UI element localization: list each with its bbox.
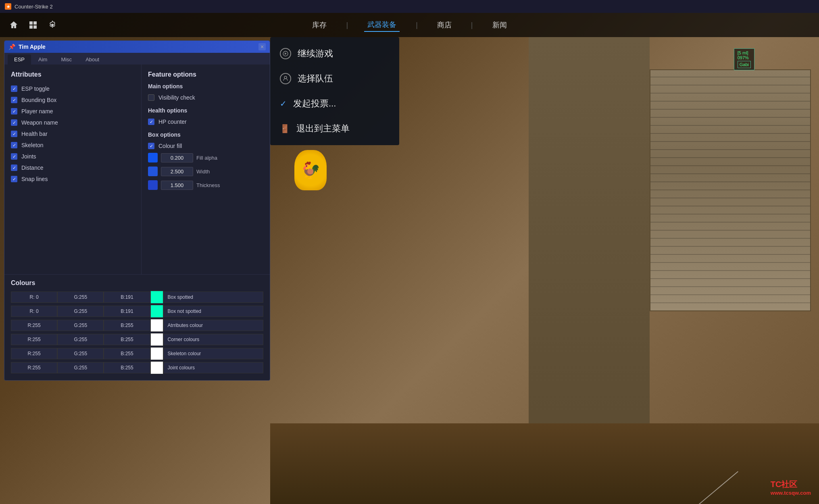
- chicken: 🐓: [294, 150, 327, 190]
- colour-swatch-2[interactable]: [150, 319, 163, 332]
- svg-point-4: [51, 24, 54, 26]
- attr-skeleton[interactable]: ✓ Skeleton: [11, 140, 135, 151]
- attr-bounding-box[interactable]: ✓ Bounding Box: [11, 94, 135, 106]
- colour-r-4: R:255: [11, 348, 57, 359]
- attr-skeleton-label: Skeleton: [21, 142, 43, 148]
- nav-news[interactable]: 新闻: [489, 19, 510, 31]
- attr-distance-label: Distance: [21, 165, 43, 171]
- colour-b-1: B:191: [104, 306, 150, 317]
- colour-g-3: G:255: [57, 334, 104, 345]
- colour-r-0: R: 0: [11, 292, 57, 303]
- attributes-title: Attributes: [11, 71, 135, 78]
- colour-swatch-4[interactable]: [150, 347, 163, 360]
- fill-alpha-swatch[interactable]: [148, 153, 158, 162]
- grid-icon[interactable]: [27, 19, 39, 31]
- attr-esp-toggle[interactable]: ✓ ESP toggle: [11, 83, 135, 94]
- checkbox-esp-toggle: ✓: [11, 85, 17, 92]
- colour-row-0: R: 0 G:255 B:191 Box spotted: [11, 291, 263, 304]
- nav-weapons[interactable]: 武器装备: [364, 18, 400, 32]
- nav-shop[interactable]: 商店: [434, 19, 455, 31]
- attr-snap-lines[interactable]: ✓ Snap lines: [11, 173, 135, 185]
- menu-continue[interactable]: 继续游戏: [270, 41, 399, 66]
- menu-vote[interactable]: ✓ 发起投票...: [270, 91, 399, 116]
- width-swatch[interactable]: [148, 167, 158, 176]
- hp-counter-row[interactable]: ✓ HP counter: [148, 117, 263, 127]
- colour-row-3: R:255 G:255 B:255 Corner colours: [11, 333, 263, 346]
- colour-label-5: Joint colours: [163, 362, 263, 373]
- colour-g-4: G:255: [57, 348, 104, 359]
- attr-player-name[interactable]: ✓ Player name: [11, 106, 135, 117]
- panel-tabs: ESP Aim Misc About: [4, 53, 270, 65]
- checkbox-colour-fill: ✓: [148, 143, 154, 149]
- attr-bounding-box-label: Bounding Box: [21, 97, 56, 103]
- thickness-swatch[interactable]: [148, 180, 158, 190]
- attr-esp-toggle-label: ESP toggle: [21, 85, 50, 92]
- panel-body: Attributes ✓ ESP toggle ✓ Bounding Box ✓…: [4, 65, 270, 274]
- colour-b-3: B:255: [104, 334, 150, 345]
- fill-alpha-input[interactable]: [161, 153, 193, 162]
- attr-weapon-name[interactable]: ✓ Weapon name: [11, 117, 135, 128]
- menu-vote-label: 发起投票...: [293, 98, 336, 110]
- attr-health-bar[interactable]: ✓ Health bar: [11, 128, 135, 140]
- attr-distance[interactable]: ✓ Distance: [11, 162, 135, 173]
- colour-fill-row[interactable]: ✓ Colour fill: [148, 141, 263, 151]
- hud-ammo: 097%: [738, 55, 751, 60]
- tab-aim[interactable]: Aim: [32, 54, 54, 65]
- home-icon[interactable]: [8, 19, 19, 31]
- attr-player-name-label: Player name: [21, 108, 53, 115]
- colours-title: Colours: [11, 279, 263, 287]
- pause-menu: 继续游戏 选择队伍 ✓ 发起投票... 🚪 退出到主菜单: [270, 37, 399, 145]
- colour-swatch-5[interactable]: [150, 361, 163, 374]
- menu-team[interactable]: 选择队伍: [270, 66, 399, 91]
- panel-titlebar: 📌 Tim Apple ×: [4, 41, 270, 53]
- visibility-check-row[interactable]: Visibility check: [148, 93, 263, 102]
- colour-swatch-1[interactable]: [150, 305, 163, 318]
- fill-alpha-row: Fill alpha: [148, 151, 263, 165]
- tab-about[interactable]: About: [79, 54, 106, 65]
- menu-exit[interactable]: 🚪 退出到主菜单: [270, 116, 399, 141]
- colour-row-2: R:255 G:255 B:255 Atrributes colour: [11, 319, 263, 332]
- thickness-label: Thickness: [196, 182, 220, 188]
- colour-r-3: R:255: [11, 334, 57, 345]
- feature-panel: Feature options Main options Visibility …: [142, 65, 270, 274]
- menu-exit-label: 退出到主菜单: [296, 123, 350, 135]
- app-title: Counter-Strike 2: [15, 4, 53, 10]
- continue-icon: [280, 48, 291, 59]
- title-bar: ★ Counter-Strike 2: [0, 0, 819, 13]
- width-input[interactable]: [161, 167, 193, 176]
- panel-title-left: 📌 Tim Apple: [8, 44, 46, 50]
- pin-icon: 📌: [8, 44, 15, 50]
- cheat-panel: 📌 Tim Apple × ESP Aim Misc About Attribu…: [4, 40, 270, 381]
- attr-health-bar-label: Health bar: [21, 131, 48, 137]
- colour-swatch-3[interactable]: [150, 333, 163, 346]
- checkbox-player-name: ✓: [11, 108, 17, 115]
- checkbox-joints: ✓: [11, 153, 17, 160]
- checkbox-distance: ✓: [11, 165, 17, 171]
- thickness-input[interactable]: [161, 181, 193, 190]
- colour-g-2: G:255: [57, 320, 104, 331]
- colour-label-4: Skeleton colour: [163, 348, 263, 359]
- colour-b-5: B:255: [104, 362, 150, 373]
- hud-player-info: [5 ml] 097% Gabi: [734, 48, 754, 70]
- team-icon: [280, 73, 291, 84]
- attr-joints[interactable]: ✓ Joints: [11, 151, 135, 162]
- attributes-panel: Attributes ✓ ESP toggle ✓ Bounding Box ✓…: [4, 65, 142, 274]
- svg-rect-0: [29, 21, 33, 25]
- tab-misc[interactable]: Misc: [54, 54, 78, 65]
- svg-rect-3: [33, 25, 37, 29]
- wall-shutter: [650, 69, 811, 311]
- health-options-title: Health options: [148, 107, 263, 114]
- gear-icon[interactable]: [47, 19, 58, 31]
- panel-close-button[interactable]: ×: [258, 43, 266, 50]
- attr-joints-label: Joints: [21, 153, 36, 160]
- hud-player-name: Gabi: [738, 61, 751, 68]
- main-options-title: Main options: [148, 83, 263, 90]
- nav-inventory[interactable]: 库存: [309, 19, 330, 31]
- tab-esp[interactable]: ESP: [8, 54, 31, 65]
- colour-label-1: Box not spotted: [163, 306, 263, 317]
- colour-g-5: G:255: [57, 362, 104, 373]
- colour-label-0: Box spotted: [163, 292, 263, 303]
- nav-left-icons: [8, 19, 58, 31]
- colour-swatch-0[interactable]: [150, 291, 163, 304]
- feature-options-title: Feature options: [148, 71, 263, 78]
